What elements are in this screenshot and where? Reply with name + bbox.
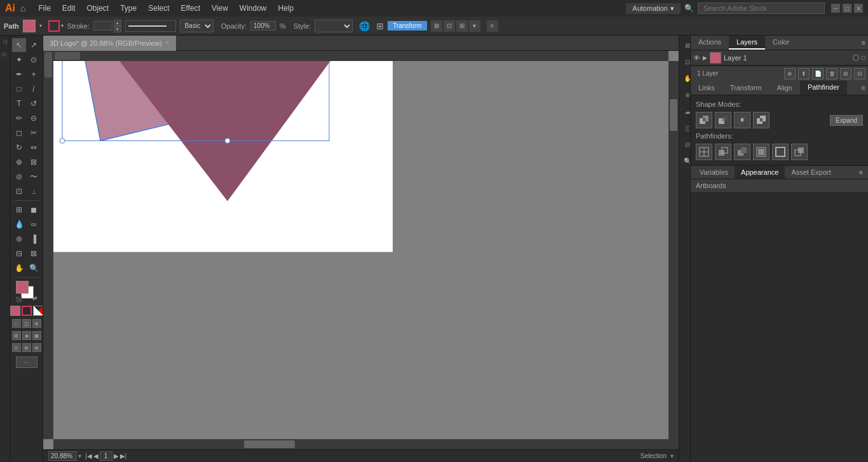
style-select[interactable] <box>315 20 353 32</box>
align-btn-3[interactable]: ⊞ <box>456 20 468 32</box>
shape-tool[interactable]: □ <box>12 82 26 96</box>
tab-align[interactable]: Align <box>769 81 799 94</box>
home-icon[interactable]: ⌂ <box>20 3 25 13</box>
paintbrush-tool[interactable]: ✏ <box>12 111 26 125</box>
handle-2-bm[interactable] <box>225 139 230 144</box>
outline-btn[interactable] <box>772 144 789 160</box>
gradient-tool[interactable]: ◼ <box>27 203 41 217</box>
rotate-tool[interactable]: ↻ <box>12 140 26 154</box>
align-btn-2[interactable]: ⊡ <box>444 20 455 32</box>
minus-back-btn[interactable] <box>791 144 808 160</box>
intersect-btn[interactable] <box>734 112 750 128</box>
zoom-input[interactable] <box>48 451 77 461</box>
bottom-panel-menu-icon[interactable]: ≡ <box>859 81 868 94</box>
scissor-tool[interactable]: ✂ <box>27 126 41 140</box>
stroke-value-control[interactable]: ▲ ▼ <box>93 20 121 32</box>
warp-tool[interactable]: 〜 <box>27 170 41 184</box>
unite-btn[interactable] <box>696 112 712 128</box>
menu-edit[interactable]: Edit <box>57 3 81 14</box>
line-tool[interactable]: / <box>27 82 41 96</box>
column-chart-tool[interactable]: ▐ <box>27 232 41 246</box>
align-btn-1[interactable]: ⊠ <box>431 20 442 32</box>
transform-button[interactable]: Transform <box>388 21 426 31</box>
blob-brush-tool[interactable]: ⊝ <box>27 111 41 125</box>
mesh-tool[interactable]: ⊞ <box>12 203 26 217</box>
scale-tool[interactable]: ⊕ <box>12 155 26 169</box>
swap-colors-icon[interactable]: ⇄ <box>32 295 37 301</box>
menu-effect[interactable]: Effect <box>176 3 205 14</box>
default-colors-icon[interactable]: ⬛ <box>16 297 22 302</box>
next-page-btn[interactable]: ▶ <box>114 451 119 461</box>
prev-first-page-btn[interactable]: |◀ <box>85 451 92 461</box>
merge-btn[interactable] <box>734 144 750 160</box>
panel-menu-icon[interactable]: ≡ <box>859 36 868 49</box>
delete-layer-btn[interactable]: 🗑 <box>826 68 837 79</box>
stroke-up-btn[interactable]: ▲ <box>114 20 121 26</box>
horizontal-scrollbar[interactable] <box>53 439 668 449</box>
stroke-line-selector[interactable] <box>125 20 176 32</box>
draw-normal-icon[interactable]: □ <box>12 319 21 328</box>
touch-type-tool[interactable]: ↺ <box>27 97 41 111</box>
tab-color[interactable]: Color <box>765 36 797 50</box>
menu-window[interactable]: Window <box>234 3 272 14</box>
next-last-page-btn[interactable]: ▶| <box>120 451 127 461</box>
tab-appearance[interactable]: Appearance <box>735 166 785 179</box>
direct-selection-tool[interactable]: ↗ <box>27 38 41 52</box>
close-button[interactable]: ✕ <box>854 4 863 13</box>
reflect-tool[interactable]: ⇔ <box>27 140 41 154</box>
draw-outside-icon[interactable]: ⊕ <box>32 319 41 328</box>
menu-type[interactable]: Type <box>115 3 142 14</box>
extra-tool-btn-2[interactable]: ⊕ <box>22 343 31 352</box>
perspective-tool[interactable]: ⟂ <box>27 184 41 198</box>
opacity-input[interactable] <box>250 21 276 31</box>
automation-button[interactable]: Automation ▾ <box>626 3 681 14</box>
foreground-color-swatch[interactable] <box>16 281 29 294</box>
grid-icon[interactable]: ⊞ <box>376 21 384 31</box>
document-close-button[interactable]: × <box>166 39 170 46</box>
search-adobe-stock-input[interactable] <box>698 3 825 14</box>
tab-actions[interactable]: Actions <box>691 36 729 50</box>
free-transform-tool[interactable]: ⊡ <box>12 184 26 198</box>
sidebar-expand-icon[interactable]: ▷ <box>1 51 10 60</box>
maximize-button[interactable]: □ <box>843 4 851 13</box>
stroke-indicator[interactable] <box>22 306 32 316</box>
stroke-value-input[interactable] <box>93 21 112 31</box>
minimize-button[interactable]: ─ <box>831 4 840 13</box>
screen-mode-2[interactable]: ◈ <box>22 331 31 340</box>
horizontal-scrollbar-thumb[interactable] <box>244 440 295 448</box>
layer-visibility-icon[interactable]: 👁 <box>693 54 700 62</box>
add-anchor-tool[interactable]: + <box>27 67 41 81</box>
gradient-indicator[interactable] <box>33 306 43 316</box>
make-sublayer-btn[interactable]: ⊕ <box>784 68 796 79</box>
tab-variables[interactable]: Variables <box>693 166 735 179</box>
magic-wand-tool[interactable]: ✦ <box>12 53 26 67</box>
layer-lock-icon[interactable]: □ <box>862 54 865 61</box>
menu-select[interactable]: Select <box>143 3 174 14</box>
page-number-input[interactable] <box>100 451 112 461</box>
move-layer-btn[interactable]: ⬆ <box>798 68 810 79</box>
width-tool[interactable]: ⊘ <box>12 170 26 184</box>
screen-mode-3[interactable]: ◉ <box>32 331 41 340</box>
add-to-btn[interactable]: ⊞ <box>840 68 851 79</box>
sidebar-collapse-icon[interactable]: ◁ <box>1 38 10 47</box>
menu-help[interactable]: Help <box>273 3 299 14</box>
lasso-tool[interactable]: ⊙ <box>27 53 41 67</box>
artboard-tool[interactable]: ⊟ <box>12 247 26 261</box>
handle-2-bl[interactable] <box>60 139 65 144</box>
prev-page-btn[interactable]: ◀ <box>93 451 98 461</box>
stroke-type-select[interactable]: Basic <box>180 20 214 32</box>
exclude-btn[interactable] <box>753 112 770 128</box>
menu-object[interactable]: Object <box>82 3 114 14</box>
bottom-tabs-menu-icon[interactable]: ≡ <box>857 166 865 179</box>
tab-transform[interactable]: Transform <box>722 81 770 94</box>
hand-tool[interactable]: ✋ <box>12 261 26 275</box>
fill-color-swatch[interactable] <box>23 20 36 32</box>
new-layer-btn[interactable]: 📄 <box>812 68 824 79</box>
crop-btn[interactable] <box>753 144 770 160</box>
tab-asset-export[interactable]: Asset Export <box>785 166 837 179</box>
blend-tool[interactable]: ∞ <box>27 217 41 231</box>
draw-inside-icon[interactable]: ◫ <box>22 319 31 328</box>
stroke-color-swatch[interactable] <box>48 20 60 32</box>
globe-icon[interactable]: 🌐 <box>359 21 370 31</box>
layer-expand-arrow[interactable]: ▶ <box>703 55 707 61</box>
